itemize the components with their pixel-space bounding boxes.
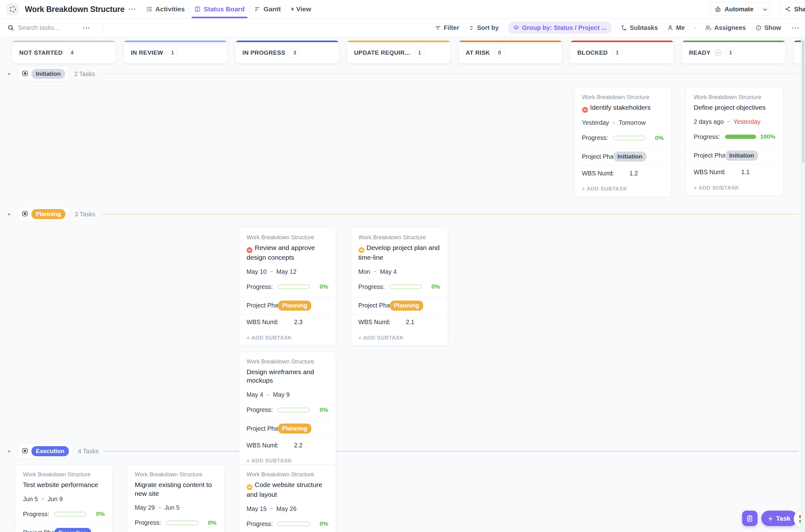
automate-button[interactable]: Automate [709,2,771,16]
task-title-text: Define project objectives [694,104,766,111]
task-dates[interactable]: Jun 5–Jun 9 [23,496,105,503]
lane-phase-pill[interactable]: Initiation [32,69,65,79]
lane-cards-area: Work Breakdown StructureTest website per… [0,464,805,532]
task-dates[interactable]: 2 days ago–Yesterday [694,118,775,126]
task-dates[interactable]: May 15–May 26 [247,505,328,513]
wbs-field-label: WBS Numb... [247,319,277,326]
collapse-caret-icon[interactable]: ▾ [8,211,15,217]
date-separator: – [270,506,273,512]
task-card[interactable]: Work Breakdown StructureDevelop project … [351,227,448,346]
phase-pill[interactable]: Planning [390,301,423,311]
status-column-name: AT RISK [466,49,490,56]
phase-field-row[interactable]: Project Pha...Execution [15,525,112,532]
task-title[interactable]: Code website structure and layout [247,480,328,499]
add-subtask-button[interactable]: + ADD SUBTASK [575,182,671,196]
phase-pill[interactable]: Planning [278,423,311,434]
collapse-caret-icon[interactable]: ▾ [8,71,15,77]
lane-task-count: 2 Tasks [74,71,95,78]
phase-pill[interactable]: Initiation [613,152,647,162]
lane-phase-pill[interactable]: Planning [32,209,65,219]
task-card[interactable]: Work Breakdown StructureDesign wireframe… [239,352,336,469]
task-title[interactable]: Migrate existing content to new site [135,480,217,498]
task-title[interactable]: Design wireframes and mockups [247,367,328,385]
wbs-field-row[interactable]: WBS Numb...1.1 [686,164,783,180]
group-by-button[interactable]: Group by: Status / Project ... [508,22,612,34]
task-dates[interactable]: May 29–Jun 5 [135,504,217,511]
me-button[interactable]: Me [667,24,685,32]
status-column-header[interactable]: IN PROGRESS3 [235,41,339,63]
due-date: Jun 5 [165,504,179,511]
status-column-header[interactable]: AT RISK0 [459,41,562,63]
search-box[interactable] [7,24,92,32]
task-title[interactable]: Develop project plan and time-line [359,243,440,262]
card-stack: Work Breakdown StructureIdentify stakeho… [574,87,672,197]
assignees-button[interactable]: Assignees [705,24,746,32]
title-more-menu[interactable] [127,6,137,12]
progress-percent: 0% [313,520,328,527]
status-column-header[interactable]: IN REVIEW1 [124,41,227,63]
phase-field-row[interactable]: Project Pha...Initiation [686,147,783,164]
automate-dropdown[interactable] [759,3,771,15]
task-dates[interactable]: Mon–May 4 [359,268,440,276]
progress-label: Progress: [23,511,54,518]
task-card[interactable]: Work Breakdown StructureReview and appro… [239,227,336,346]
task-title[interactable]: Test website performance [23,480,105,489]
sort-by-button[interactable]: Sort by [468,24,499,32]
status-column-header[interactable]: NOT STARTED4 [12,41,115,63]
task-title[interactable]: Review and approve design concepts [247,243,328,262]
task-card[interactable]: Work Breakdown StructureCode website str… [239,464,336,532]
task-card[interactable]: Work Breakdown StructureDefine project o… [686,87,783,196]
phase-field-row[interactable]: Project Pha...Planning [351,297,448,314]
tab-add-view[interactable]: + View [286,0,316,18]
task-dates[interactable]: Yesterday–Tomorrow [582,119,664,127]
task-dates[interactable]: May 10–May 12 [247,268,328,276]
tab-activities[interactable]: Activities [141,0,189,18]
show-button[interactable]: Show [755,24,781,32]
task-title[interactable]: Identify stakeholders [582,103,664,113]
search-more-menu[interactable] [81,25,92,31]
notepad-button[interactable] [742,511,758,526]
progress-percent: 0% [649,135,664,141]
lane-phase-pill[interactable]: Execution [32,446,69,456]
scrollbar-thumb[interactable] [802,40,804,163]
search-input[interactable] [18,24,78,32]
status-column-name: UPDATE REQUIR... [354,49,410,56]
add-subtask-button[interactable]: + ADD SUBTASK [351,330,448,345]
task-card[interactable]: Work Breakdown StructureMigrate existing… [127,464,225,532]
share-button[interactable]: Share [780,2,805,16]
task-card[interactable]: Work Breakdown StructureIdentify stakeho… [574,87,672,197]
toolbar-more-menu[interactable] [790,25,801,31]
task-title[interactable]: Define project objectives [694,103,775,112]
phase-field-row[interactable]: Project Pha...Planning [239,420,336,437]
task-card[interactable]: Work Breakdown StructureTest website per… [15,464,113,532]
tab-gantt[interactable]: Gantt [250,0,286,18]
wbs-field-row[interactable]: WBS Numb...2.1 [351,314,448,330]
lane-task-count: 4 Tasks [78,448,99,455]
filter-button[interactable]: Filter [435,24,459,32]
phase-pill[interactable]: Execution [54,528,91,532]
add-subtask-button[interactable]: + ADD SUBTASK [686,180,783,195]
vertical-scrollbar[interactable] [801,38,805,532]
status-column-header[interactable]: BLOCKED1 [570,41,674,63]
me-label: Me [676,24,685,32]
phase-field-row[interactable]: Project Pha...Planning [239,297,336,314]
progress-percent: 0% [202,519,217,526]
card-stack: Work Breakdown StructureReview and appro… [239,227,336,469]
collapse-caret-icon[interactable]: ▾ [8,448,15,454]
subtasks-button[interactable]: Subtasks [621,24,658,32]
status-flag-icon [247,484,252,490]
status-task-count: 1 [725,48,736,58]
phase-field-row[interactable]: Project Pha...Initiation [575,148,671,165]
add-subtask-button[interactable]: + ADD SUBTASK [239,330,336,345]
status-column-header[interactable]: READY1 [682,41,785,63]
wbs-field-row[interactable]: WBS Numb...1.2 [575,165,671,182]
phase-pill[interactable]: Planning [278,301,311,311]
tab-status-board[interactable]: Status Board [190,0,249,18]
phase-field-label: Project Pha... [247,302,277,309]
status-column-header[interactable]: UPDATE REQUIR...1 [347,41,450,63]
task-dates[interactable]: May 4–May 9 [247,391,328,398]
phase-pill[interactable]: Initiation [725,151,758,161]
wbs-field-row[interactable]: WBS Numb...2.2 [239,437,336,453]
add-task-button[interactable]: + Task [761,511,798,526]
wbs-field-row[interactable]: WBS Numb...2.3 [239,314,336,330]
